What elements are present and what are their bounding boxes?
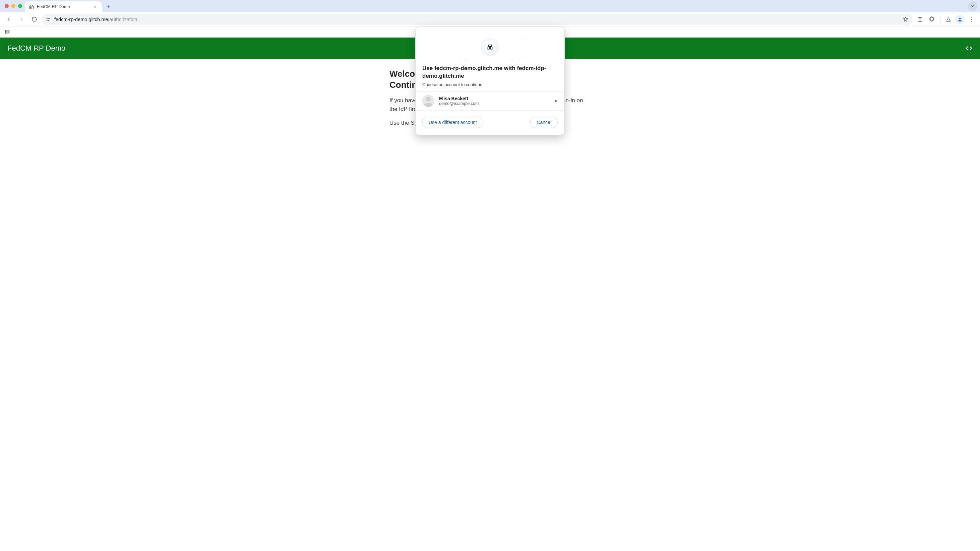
use-different-account-button[interactable]: Use a different account xyxy=(422,117,483,128)
address-bar[interactable]: fedcm-rp-demo.glitch.me/authorization xyxy=(41,14,913,25)
svg-rect-13 xyxy=(6,32,7,34)
svg-rect-12 xyxy=(8,30,9,32)
svg-rect-14 xyxy=(8,32,9,34)
browser-menu-button[interactable] xyxy=(966,14,977,25)
toolbar-divider xyxy=(940,16,940,23)
svg-point-16 xyxy=(489,47,490,48)
svg-point-6 xyxy=(920,20,921,21)
tab-close-button[interactable] xyxy=(92,4,98,10)
new-tab-button[interactable] xyxy=(104,2,113,11)
svg-point-18 xyxy=(426,97,431,102)
dialog-hero: · ·· ··· · ··· ···· · ·· ···· ··· ·· · ·… xyxy=(415,32,565,63)
tab-favicon-icon xyxy=(29,4,34,10)
address-bar-url: fedcm-rp-demo.glitch.me/authorization xyxy=(54,17,137,22)
browser-tab[interactable]: FedCM RP Demo xyxy=(25,2,102,12)
browser-toolbar: fedcm-rp-demo.glitch.me/authorization xyxy=(0,12,980,27)
banner-title: FedCM RP Demo xyxy=(7,44,65,53)
svg-point-9 xyxy=(971,19,972,20)
account-text: Elisa Beckett demo@example.com xyxy=(439,96,479,106)
account-email: demo@example.com xyxy=(439,101,479,106)
svg-point-7 xyxy=(959,18,961,19)
view-source-icon[interactable] xyxy=(965,45,973,52)
nav-reload-button[interactable] xyxy=(29,14,40,25)
account-name: Elisa Beckett xyxy=(439,96,479,101)
url-host: fedcm-rp-demo.glitch.me xyxy=(54,17,108,22)
apps-grid-icon[interactable] xyxy=(3,28,11,36)
window-close-button[interactable] xyxy=(5,4,9,8)
tab-title: FedCM RP Demo xyxy=(37,4,90,9)
svg-point-4 xyxy=(920,18,921,19)
account-avatar xyxy=(422,95,434,107)
dialog-title: Use fedcm-rp-demo.glitch.me with fedcm-i… xyxy=(422,65,558,80)
fedcm-dialog: · ·· ··· · ··· ···· · ·· ···· ··· ·· · ·… xyxy=(415,27,565,135)
svg-point-3 xyxy=(919,18,920,19)
url-path: /authorization xyxy=(108,17,137,22)
labs-flask-icon[interactable] xyxy=(943,14,954,25)
account-row[interactable]: Elisa Beckett demo@example.com ▶ xyxy=(415,91,565,110)
dialog-subtitle: Choose an account to continue xyxy=(422,82,558,87)
extensions-puzzle-icon[interactable] xyxy=(927,14,937,25)
svg-rect-2 xyxy=(918,18,922,21)
site-settings-icon[interactable] xyxy=(46,17,51,22)
extension-devtools-icon[interactable] xyxy=(915,14,925,25)
svg-point-1 xyxy=(48,20,49,21)
svg-point-8 xyxy=(971,17,972,18)
nav-forward-button[interactable] xyxy=(16,14,27,25)
cancel-button[interactable]: Cancel xyxy=(530,117,558,128)
tab-overflow-button[interactable] xyxy=(968,2,977,11)
browser-tabstrip: FedCM RP Demo xyxy=(0,0,980,12)
svg-point-0 xyxy=(46,18,47,19)
profile-avatar-button[interactable] xyxy=(955,15,964,24)
bookmark-star-icon[interactable] xyxy=(902,16,908,22)
dialog-account-list: Elisa Beckett demo@example.com ▶ xyxy=(415,91,565,111)
window-minimize-button[interactable] xyxy=(11,4,16,8)
svg-point-10 xyxy=(971,21,972,21)
window-zoom-button[interactable] xyxy=(18,4,22,8)
window-traffic-lights xyxy=(3,0,25,12)
dialog-lock-icon xyxy=(481,38,499,56)
svg-point-5 xyxy=(919,20,920,21)
svg-rect-11 xyxy=(6,30,7,32)
nav-back-button[interactable] xyxy=(3,14,14,25)
chevron-right-icon: ▶ xyxy=(555,99,558,103)
